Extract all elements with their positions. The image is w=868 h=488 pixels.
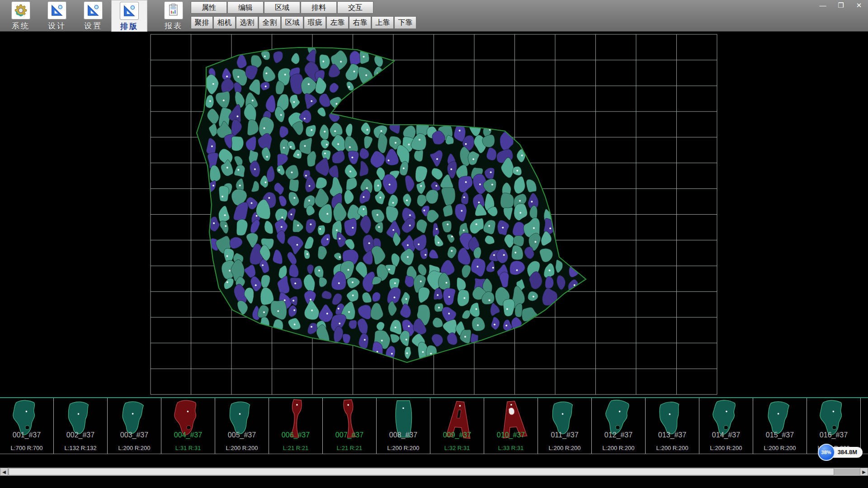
tool-button-defect[interactable]: 瑕疵 — [304, 16, 326, 29]
piece-thumbnail-007[interactable]: 007_#37 L:21 R:21 — [323, 398, 377, 454]
piece-lr-count: L:200 R:200 — [699, 445, 753, 451]
piece-shape — [811, 399, 857, 441]
maximize-button[interactable]: ❐ — [836, 1, 845, 9]
piece-lr-count: L:200 R:200 — [538, 445, 591, 451]
menu-tab-interaction[interactable]: 交互 — [337, 1, 373, 14]
piece-shape — [596, 399, 642, 441]
piece-shape — [489, 399, 534, 441]
nesting-canvas[interactable] — [0, 32, 868, 397]
nesting-canvas-area — [0, 32, 868, 397]
tool-button-align-top[interactable]: 上靠 — [372, 16, 394, 29]
bottom-bar — [0, 476, 868, 488]
piece-shape — [166, 399, 211, 441]
piece-lr-count: L:200 R:200 — [753, 445, 807, 451]
piece-thumbnail-002[interactable]: 002_#37 L:132 R:132 — [54, 398, 108, 454]
tool-button-label: 左靠 — [330, 19, 345, 26]
tool-button-align-left[interactable]: 左靠 — [326, 16, 349, 29]
tool-button-label: 选割 — [240, 19, 255, 26]
scrollbar-thumb[interactable] — [9, 468, 834, 475]
piece-lr-count: L:200 R:200 — [592, 445, 645, 451]
tool-button-region[interactable]: 区域 — [281, 16, 303, 29]
piece-thumbnail-011[interactable]: 011_#37 L:200 R:200 — [538, 398, 592, 454]
progress-value: 38% — [821, 450, 831, 455]
menu-tab-edit[interactable]: 编辑 — [227, 1, 264, 14]
report-icon — [164, 1, 183, 19]
piece-thumbnail-001[interactable]: 001_#37 L:700 R:700 — [0, 398, 54, 454]
piece-lr-count: L:200 R:200 — [108, 445, 161, 451]
piece-thumbnail-009[interactable]: 009_#37 L:32 R:31 — [430, 398, 484, 454]
piece-thumbnail-003[interactable]: 003_#37 L:200 R:200 — [108, 398, 161, 454]
tool-button-cluster-nest[interactable]: 聚排 — [191, 16, 213, 29]
tool-button-label: 右靠 — [353, 19, 368, 26]
piece-lr-count: L:32 R:31 — [430, 445, 484, 451]
gear-icon — [11, 1, 30, 19]
tool-button-align-right[interactable]: 右靠 — [349, 16, 371, 29]
piece-thumbnail-008[interactable]: 008_#37 L:200 R:200 — [377, 398, 430, 454]
mode-button-report[interactable]: 报表 — [156, 0, 192, 32]
minimize-button[interactable]: — — [818, 1, 827, 9]
piece-shape — [650, 399, 695, 441]
menu-tab-region[interactable]: 区域 — [264, 1, 300, 14]
piece-thumbnail-010[interactable]: 010_#37 L:33 R:31 — [484, 398, 538, 454]
main-toolbar: 系统 设计 设置 排版 报表 属性 — [0, 0, 868, 32]
piece-thumbnail-014[interactable]: 014_#37 L:200 R:200 — [699, 398, 753, 454]
close-button[interactable]: ✕ — [854, 1, 863, 9]
tool-button-align-bottom[interactable]: 下靠 — [394, 16, 416, 29]
piece-thumbnail-013[interactable]: 013_#37 L:200 R:200 — [646, 398, 699, 454]
piece-shape — [220, 399, 265, 441]
mode-button-system[interactable]: 系统 — [3, 0, 39, 32]
piece-thumbnail-015[interactable]: 015_#37 L:200 R:200 — [753, 398, 807, 454]
mode-button-layout[interactable]: 排版 — [111, 0, 147, 32]
piece-shape — [542, 399, 588, 441]
mode-label: 排版 — [120, 21, 138, 32]
menu-tab-bar: 属性 编辑 区域 排料 交互 — [191, 0, 417, 14]
ruler-icon — [47, 1, 66, 19]
mode-label: 系统 — [12, 21, 30, 31]
strip-gap — [0, 455, 868, 468]
horizontal-scrollbar[interactable]: ◀ ▶ — [0, 468, 868, 476]
piece-thumbnail-005[interactable]: 005_#37 L:200 R:200 — [215, 398, 269, 454]
mode-button-settings[interactable]: 设置 — [75, 0, 111, 32]
menu-tab-properties[interactable]: 属性 — [191, 1, 227, 14]
scroll-left-arrow-icon[interactable]: ◀ — [0, 468, 8, 476]
piece-lr-count: L:31 R:31 — [161, 445, 215, 451]
tool-button-label: 区域 — [285, 19, 300, 26]
piece-lr-count: L:200 R:200 — [215, 445, 269, 451]
window-controls: — ❐ ✕ — [818, 1, 863, 9]
progress-badge: 38% — [818, 444, 835, 461]
tool-button-label: 聚排 — [195, 19, 209, 26]
menu-area: 属性 编辑 区域 排料 交互 聚排 相机 — [191, 0, 417, 30]
menu-tab-nesting[interactable]: 排料 — [301, 1, 337, 14]
tool-button-select-cut[interactable]: 选割 — [236, 16, 258, 29]
menu-tab-label: 编辑 — [238, 4, 253, 11]
piece-thumbnail-004[interactable]: 004_#37 L:31 R:31 — [161, 398, 215, 454]
mode-label: 设计 — [48, 21, 66, 31]
piece-shape — [758, 399, 803, 441]
tool-button-cut-all[interactable]: 全割 — [259, 16, 281, 29]
mode-button-bar: 系统 设计 设置 排版 报表 — [3, 0, 192, 32]
piece-lr-count: L:200 R:200 — [377, 445, 430, 451]
piece-shape — [435, 399, 480, 441]
tool-button-label: 全割 — [263, 19, 277, 26]
mode-label: 报表 — [165, 21, 183, 31]
piece-lr-count: L:21 R:21 — [269, 445, 322, 451]
menu-tab-label: 排料 — [311, 4, 326, 11]
tool-button-camera[interactable]: 相机 — [213, 16, 236, 29]
piece-thumbnail-012[interactable]: 012_#37 L:200 R:200 — [592, 398, 646, 454]
menu-tab-label: 区域 — [275, 4, 289, 11]
piece-strip: 001_#37 L:700 R:700 002_#37 L:132 R:132 … — [0, 397, 868, 454]
piece-lr-count: L:200 R:200 — [646, 445, 699, 451]
piece-shape — [58, 399, 104, 441]
scroll-right-arrow-icon[interactable]: ▶ — [860, 468, 868, 476]
piece-shape — [5, 399, 50, 441]
tool-button-label: 下靠 — [398, 19, 413, 26]
app-window: 系统 设计 设置 排版 报表 属性 — [0, 0, 868, 488]
mode-label: 设置 — [84, 21, 102, 31]
mode-button-design[interactable]: 设计 — [39, 0, 75, 32]
piece-lr-count: L:700 R:700 — [0, 445, 53, 451]
piece-shape — [274, 399, 319, 441]
status-badge: 38% 384.8M — [818, 444, 863, 461]
piece-thumbnail-006[interactable]: 006_#37 L:21 R:21 — [269, 398, 323, 454]
piece-shape — [327, 399, 373, 441]
piece-shape — [112, 399, 157, 441]
